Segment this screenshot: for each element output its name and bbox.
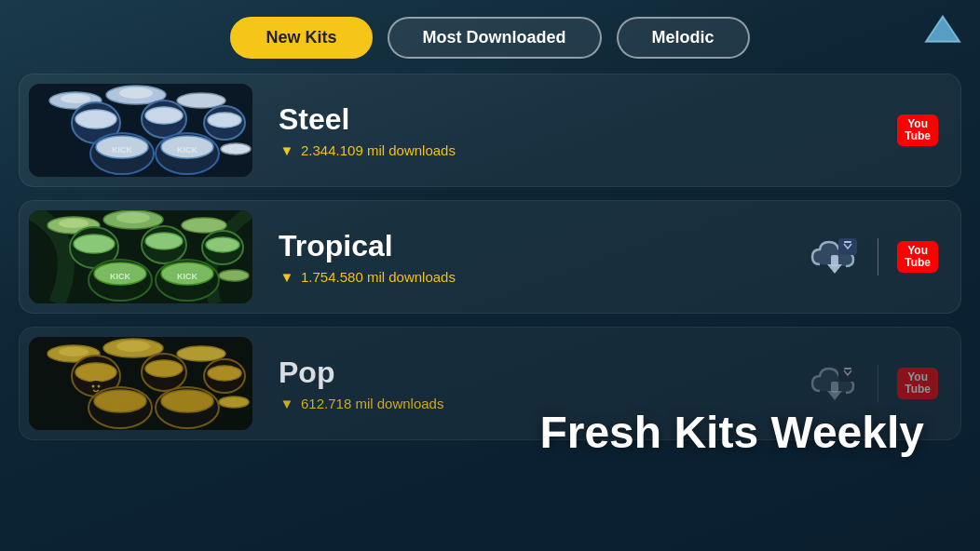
kit-image-tropical: KICK KICK [29,210,252,303]
kit-actions-steel: You Tube [897,114,938,146]
svg-point-50 [75,363,116,382]
svg-point-61 [161,390,213,412]
svg-text:KICK: KICK [112,145,132,155]
tab-bar: New Kits Most Downloaded Melodic [0,0,980,74]
actions-divider-pop [878,365,878,402]
svg-point-3 [61,94,90,103]
download-icon-tropical: ▼ [279,269,295,286]
svg-text:KICK: KICK [110,272,130,281]
svg-point-56 [92,385,95,388]
svg-point-38 [219,270,249,281]
svg-point-45 [59,347,88,356]
kit-image-steel: KICK KICK [29,84,252,177]
kit-image-pop [29,337,252,430]
kit-list: KICK KICK Steel ▼ 2.344.109 mil download… [0,74,980,453]
svg-point-47 [116,341,150,352]
svg-point-52 [145,360,183,377]
svg-rect-42 [844,241,851,243]
kit-name-steel: Steel [279,102,878,137]
kit-actions-pop: You Tube [810,363,938,404]
svg-marker-64 [827,391,842,400]
svg-point-12 [208,113,241,128]
tab-melodic[interactable]: Melodic [617,17,750,59]
svg-point-27 [74,235,115,253]
youtube-badge-steel[interactable]: You Tube [897,114,938,146]
svg-point-59 [94,390,146,412]
cloud-download-pop[interactable] [810,363,859,404]
kit-name-pop: Pop [279,356,792,390]
svg-point-5 [119,87,153,99]
svg-rect-65 [838,365,857,382]
svg-point-19 [221,143,251,155]
kit-info-steel: Steel ▼ 2.344.109 mil downloads [252,102,878,159]
svg-text:KICK: KICK [177,145,197,155]
svg-point-22 [59,219,88,228]
svg-point-6 [177,93,225,108]
kit-info-tropical: Tropical ▼ 1.754.580 mil downloads [252,229,792,286]
kit-row-tropical[interactable]: KICK KICK Tropical ▼ 1.754.580 mil downl… [19,200,961,314]
youtube-badge-pop[interactable]: You Tube [897,368,938,399]
cloud-download-tropical[interactable] [810,236,859,277]
svg-point-10 [145,107,183,124]
download-icon-pop: ▼ [279,396,295,412]
kit-downloads-steel: ▼ 2.344.109 mil downloads [279,142,878,159]
svg-point-29 [145,233,183,249]
svg-rect-41 [838,238,857,255]
svg-point-31 [206,237,239,252]
kit-downloads-pop: ▼ 612.718 mil downloads [279,396,792,412]
tab-most-downloaded[interactable]: Most Downloaded [388,17,602,59]
youtube-badge-tropical[interactable]: You Tube [897,241,938,273]
svg-marker-0 [926,16,960,41]
kit-actions-tropical: You Tube [810,236,938,277]
kit-info-pop: Pop ▼ 612.718 mil downloads [252,356,792,412]
kit-row-steel[interactable]: KICK KICK Steel ▼ 2.344.109 mil download… [19,74,961,187]
svg-point-48 [177,346,225,361]
svg-point-8 [75,110,116,128]
up-arrow-button[interactable] [920,7,965,52]
kit-name-tropical: Tropical [279,229,792,263]
svg-marker-40 [827,264,842,274]
kit-row-pop[interactable]: Pop ▼ 612.718 mil downloads You [19,327,961,440]
svg-point-57 [98,385,101,388]
svg-text:KICK: KICK [177,272,197,281]
svg-point-62 [219,396,249,408]
actions-divider-tropical [878,238,878,276]
download-icon-steel: ▼ [279,142,295,159]
svg-point-54 [208,366,241,381]
svg-point-24 [116,212,150,223]
tab-new-kits[interactable]: New Kits [230,17,372,59]
kit-downloads-tropical: ▼ 1.754.580 mil downloads [279,269,792,286]
svg-rect-66 [844,368,851,370]
